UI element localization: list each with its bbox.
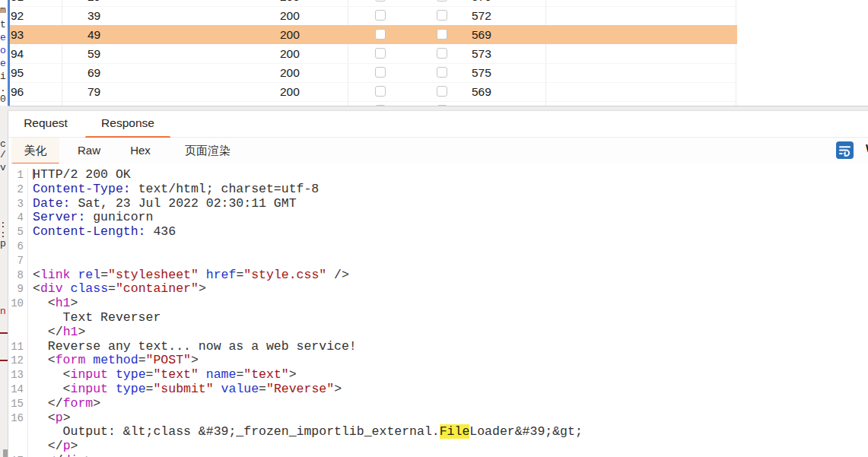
line-number: 17 [8, 454, 28, 457]
line-text: Date: Sat, 23 Jul 2022 02:30:11 GMT [28, 197, 297, 211]
code-line: 4Server: gunicorn [8, 211, 868, 225]
line-number: 2 [8, 182, 28, 197]
line-text: </form> [28, 397, 100, 411]
table-cell: 570 [472, 0, 491, 6]
response-view-mode-bar: 美化 Raw Hex 页面渲染 W [8, 138, 868, 165]
code-line: 6 [8, 240, 868, 254]
panel-divider [0, 106, 868, 111]
clipped-text-fragment: m [0, 5, 6, 15]
line-number: 13 [8, 368, 28, 382]
app-screen: mteoei.0c/v::pn 912920057092392005729349… [0, 0, 868, 457]
code-line: 14 <input type="submit" value="Reverse"> [8, 382, 868, 397]
clipped-text-fragment: c [0, 139, 6, 149]
response-editor[interactable]: 1HTTP/2 200 OK2Content-Type: text/html; … [8, 163, 868, 457]
clipped-red-rule [0, 360, 8, 361]
row-checkbox[interactable] [375, 29, 386, 40]
table-cell: 95 [11, 63, 24, 82]
code-line: </p> [8, 440, 868, 454]
viewer-tab-bar: Request Response [8, 111, 868, 138]
line-text: Content-Length: 436 [28, 225, 176, 240]
table-cell: 94 [11, 44, 24, 63]
row-checkbox[interactable] [375, 0, 386, 2]
table-row[interactable]: 9569200575 [10, 63, 737, 83]
code-line: 17 </div> [8, 454, 868, 457]
table-cell: 93 [11, 25, 24, 44]
word-wrap-icon[interactable] [836, 141, 854, 159]
clipped-text-fragment: o [0, 46, 6, 56]
tab-request[interactable]: Request [11, 111, 80, 137]
line-number: 16 [8, 411, 28, 426]
row-checkbox[interactable] [437, 67, 447, 78]
line-number: 4 [8, 211, 28, 225]
clipped-text-fragment: / [0, 150, 6, 160]
line-text [28, 240, 33, 254]
code-line: 13 <input type="text" name="text"> [8, 368, 868, 382]
code-line: Text Reverser [8, 311, 868, 325]
table-cell: 575 [472, 63, 491, 82]
code-line: 9<div class="container"> [8, 282, 868, 297]
line-text: Reverse any text... now as a web service… [28, 340, 357, 354]
row-checkbox[interactable] [375, 48, 386, 59]
line-number: 7 [8, 254, 28, 268]
row-checkbox[interactable] [437, 86, 447, 97]
table-cell: 573 [472, 44, 491, 63]
table-cell: 49 [87, 25, 100, 44]
table-row[interactable]: 9679200569 [10, 82, 737, 102]
table-cell: 200 [280, 82, 300, 101]
line-text [28, 254, 33, 268]
line-text: <input type="submit" value="Reverse"> [28, 382, 342, 397]
table-cell: 69 [87, 63, 100, 82]
table-cell: 572 [472, 6, 491, 25]
line-text: </p> [28, 440, 78, 454]
line-number [8, 325, 28, 340]
line-number [8, 440, 28, 454]
line-number: 8 [8, 268, 28, 283]
row-checkbox[interactable] [437, 29, 447, 40]
code-line: 8<link rel="stylesheet" href="style.css"… [8, 268, 868, 283]
row-checkbox[interactable] [375, 86, 386, 97]
table-cell: 39 [87, 6, 100, 25]
word-wrap-icon-glyph [836, 141, 854, 159]
clipped-text-fragment: t [0, 20, 6, 30]
code-line: 5Content-Length: 436 [8, 225, 868, 240]
row-checkbox[interactable] [375, 10, 386, 21]
row-checkbox[interactable] [375, 67, 386, 78]
tab-response[interactable]: Response [85, 111, 170, 137]
table-cell: 92 [11, 6, 24, 25]
table-cell: 200 [280, 6, 300, 25]
table-cell: 569 [472, 25, 491, 44]
row-checkbox[interactable] [437, 48, 447, 59]
subtab-hex[interactable]: Hex [119, 138, 162, 164]
line-text: <p> [28, 411, 71, 426]
line-text: <link rel="stylesheet" href="style.css" … [28, 268, 349, 283]
table-cell: 96 [11, 82, 24, 101]
line-text: <input type="text" name="text"> [28, 368, 297, 382]
code-line: 12 <form method="POST"> [8, 354, 868, 368]
code-line: 16 <p> [8, 411, 868, 426]
line-number: 6 [8, 240, 28, 254]
line-number [8, 425, 28, 440]
table-row[interactable]: 9459200573 [10, 44, 737, 64]
table-row[interactable]: 9239200572 [10, 6, 737, 26]
clipped-text-fragment: e [0, 59, 6, 68]
table-row[interactable]: 9349200569 [10, 25, 737, 44]
table-cell: 79 [87, 82, 100, 101]
line-number: 12 [8, 354, 28, 368]
line-text: Text Reverser [28, 311, 161, 325]
table-cell: 200 [280, 44, 300, 63]
line-number: 1 [8, 168, 28, 182]
clipped-text-fragment: p [0, 239, 6, 249]
fuzzer-results-table[interactable]: 9129200570923920057293492005699459200573… [8, 0, 737, 106]
row-checkbox[interactable] [437, 0, 447, 2]
subtab-render[interactable]: 页面渲染 [169, 138, 246, 164]
line-text: Content-Type: text/html; charset=utf-8 [28, 182, 319, 197]
subtab-raw[interactable]: Raw [66, 138, 112, 164]
code-line: 15 </form> [8, 397, 868, 411]
clipped-text-fragment: 0 [0, 94, 6, 104]
line-number: 9 [8, 282, 28, 297]
line-number: 5 [8, 225, 28, 240]
row-checkbox[interactable] [437, 10, 447, 21]
line-number: 11 [8, 340, 28, 354]
subtab-beautify[interactable]: 美化 [11, 138, 59, 164]
line-text: Server: gunicorn [28, 211, 153, 225]
